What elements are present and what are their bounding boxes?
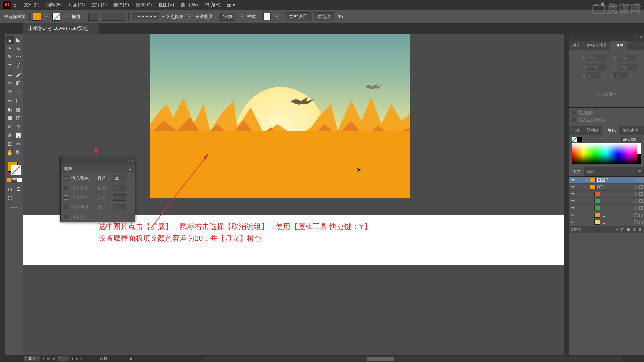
- search-field[interactable]: 搜索 Adobe 帮助: [609, 2, 641, 8]
- menu-type[interactable]: 文字(T): [88, 2, 110, 8]
- style-swatch[interactable]: [263, 13, 271, 20]
- stroke-color-large[interactable]: [11, 165, 21, 175]
- stroke-dropdown[interactable]: ▾: [64, 14, 68, 19]
- x-input[interactable]: [588, 55, 606, 61]
- target-icon[interactable]: [634, 213, 638, 217]
- last-artboard-icon[interactable]: ⏭: [80, 357, 84, 360]
- tab-transform[interactable]: ◦变换: [610, 41, 627, 50]
- tab-pathfinder[interactable]: 路径查找器: [584, 41, 610, 50]
- tab-color[interactable]: ◦颜色: [602, 126, 619, 135]
- blend-mode-checkbox[interactable]: [64, 215, 68, 219]
- hex-input[interactable]: [621, 137, 641, 142]
- clip-mask-icon[interactable]: ◫: [621, 227, 624, 232]
- tab-color-guide[interactable]: 颜色参考: [619, 126, 642, 135]
- paintbrush-tool[interactable]: 🖌: [15, 70, 23, 78]
- screen-mode-icon[interactable]: ⊡: [15, 185, 23, 193]
- tab-artboards[interactable]: 画板: [584, 167, 598, 176]
- stroke-weight-checkbox[interactable]: [64, 195, 68, 200]
- visibility-icon[interactable]: 👁: [570, 192, 576, 196]
- color-none-swatch[interactable]: [572, 137, 577, 142]
- scale-stroke-checkbox[interactable]: [572, 118, 576, 122]
- zoom-input[interactable]: [23, 356, 40, 361]
- visibility-icon[interactable]: 👁: [570, 220, 576, 225]
- workspace-switcher-icon[interactable]: ▭: [594, 2, 598, 7]
- selection-tool[interactable]: ▲: [6, 36, 14, 44]
- visibility-icon[interactable]: 👁: [570, 206, 576, 210]
- magic-wand-panel[interactable]: « × 魔棒 ≡ 填充颜色 容差： 20 › 描边颜色 容差： 32 ›: [60, 157, 135, 222]
- fill-swatch[interactable]: [33, 13, 41, 21]
- opacity-input[interactable]: [220, 13, 235, 21]
- artboard-number-input[interactable]: [57, 356, 69, 361]
- magic-wand-tool[interactable]: ✦: [6, 44, 14, 52]
- stroke-profile-input[interactable]: [102, 13, 125, 21]
- reference-point[interactable]: [572, 53, 581, 62]
- menu-help[interactable]: 帮助(H): [201, 2, 224, 8]
- fill-stroke-swatch[interactable]: [8, 162, 21, 175]
- color-black-swatch[interactable]: [577, 137, 582, 142]
- arrange-docs-icon[interactable]: ▦ ▾: [224, 2, 238, 8]
- selection-indicator[interactable]: [639, 192, 643, 196]
- horizontal-scrollbar[interactable]: [203, 357, 621, 361]
- rotate-input[interactable]: [587, 72, 600, 78]
- menu-file[interactable]: 文件(F): [21, 2, 43, 8]
- close-icon[interactable]: ×: [640, 35, 642, 40]
- selection-indicator[interactable]: [639, 221, 643, 224]
- collapse-icon[interactable]: «: [127, 159, 129, 163]
- shaper-tool[interactable]: ✂: [6, 79, 14, 87]
- disclosure-icon[interactable]: ⌄: [584, 185, 588, 189]
- layer-row[interactable]: 👁...: [569, 219, 644, 226]
- shape-builder-tool[interactable]: ◐: [6, 105, 14, 113]
- color-mode-gradient[interactable]: [12, 178, 17, 182]
- direct-selection-tool[interactable]: ◣: [15, 36, 23, 44]
- tab-transparency[interactable]: 透明度: [584, 126, 602, 135]
- rotate-tool[interactable]: ⟳: [6, 88, 14, 96]
- panel-close-icon[interactable]: ×: [131, 159, 133, 163]
- eyedropper-tool[interactable]: ✐: [6, 123, 14, 131]
- stroke-color-checkbox[interactable]: [64, 186, 68, 190]
- menu-edit[interactable]: 编辑(E): [43, 2, 65, 8]
- layer-name[interactable]: 003: [597, 185, 633, 189]
- target-icon[interactable]: [634, 199, 638, 203]
- align-icon[interactable]: ⊞▾: [338, 14, 344, 19]
- shear-input[interactable]: [614, 72, 628, 78]
- target-icon[interactable]: [634, 220, 638, 224]
- selection-indicator[interactable]: [639, 214, 643, 217]
- layer-name[interactable]: 图层 2: [597, 177, 633, 183]
- zoom-dropdown[interactable]: ▾: [43, 357, 45, 360]
- symbol-sprayer-tool[interactable]: ❋: [6, 131, 14, 139]
- delete-layer-icon[interactable]: 🗑: [638, 227, 642, 232]
- tab-layers[interactable]: 图层: [569, 167, 584, 176]
- eraser-tool[interactable]: ◧: [15, 79, 23, 87]
- menu-effect[interactable]: 效果(C): [132, 2, 155, 8]
- stroke-swatch[interactable]: [52, 13, 60, 21]
- layer-row[interactable]: 👁›图层 2: [569, 177, 644, 184]
- preferences-button[interactable]: 首选项: [314, 12, 334, 21]
- visibility-icon[interactable]: 👁: [570, 213, 576, 218]
- layer-name[interactable]: ...: [602, 192, 633, 196]
- disclosure-icon[interactable]: ›: [584, 178, 588, 182]
- artboard-dropdown[interactable]: ▾: [72, 357, 73, 360]
- selection-indicator[interactable]: [639, 178, 643, 182]
- prev-artboard-icon[interactable]: ◀: [52, 357, 55, 360]
- document-setup-button[interactable]: 文档设置: [286, 12, 311, 21]
- gradient-tool[interactable]: ◫: [15, 114, 23, 122]
- panel-menu-icon[interactable]: ≡: [129, 166, 131, 171]
- layer-row[interactable]: 👁...: [569, 198, 644, 205]
- menu-view[interactable]: 视图(V): [155, 2, 177, 8]
- close-icon[interactable]: ×: [92, 26, 94, 31]
- document-tab[interactable]: 未标题-1* @ 100% (RGB/预览) ×: [23, 23, 99, 34]
- fill-dropdown[interactable]: ▾: [44, 14, 49, 19]
- fill-color-checkbox[interactable]: [64, 176, 68, 180]
- rectangle-tool[interactable]: ▭: [6, 70, 14, 78]
- scale-tool[interactable]: ⤢: [15, 88, 23, 96]
- artboard-tool[interactable]: ⊡: [6, 140, 14, 148]
- profile-dropdown[interactable]: ▾: [187, 14, 192, 19]
- pen-tool[interactable]: ✎: [6, 53, 14, 61]
- hand-tool[interactable]: ✋: [6, 149, 14, 157]
- scrollbar-thumb[interactable]: [367, 357, 394, 361]
- h-input[interactable]: [619, 64, 637, 70]
- tab-gradient[interactable]: 渐变: [569, 126, 584, 135]
- next-artboard-icon[interactable]: ▶: [76, 357, 79, 360]
- selection-indicator[interactable]: [639, 199, 643, 203]
- search-icon[interactable]: 🔍: [601, 2, 606, 7]
